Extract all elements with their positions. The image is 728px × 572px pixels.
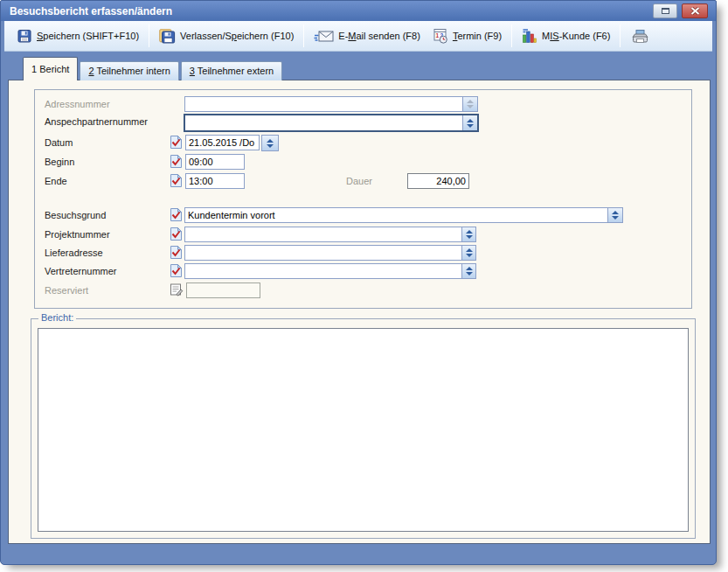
toolbar-button-verlassen-speichern[interactable]: Verlassen/Speichern (F10) [153, 26, 300, 46]
tab-teilnehmer-intern[interactable]: 2 Teilnehmer intern [80, 61, 178, 80]
printer-icon [630, 29, 650, 44]
save-icon [17, 29, 32, 44]
reserviert-input [186, 283, 260, 298]
titlebar: Besuchsbericht erfassen/ändern [1, 1, 716, 21]
toolbar-button-termin[interactable]: 1 2 Termin (F9) [426, 25, 508, 46]
anspechpartnernummer-label: Anspechpartnernummer [45, 116, 148, 127]
reserviert-label: Reserviert [45, 285, 88, 296]
datum-input[interactable] [185, 135, 260, 150]
close-icon [690, 7, 700, 15]
row-vertreternummer: Vertreternummer [35, 263, 691, 282]
adressnummer-input[interactable] [185, 97, 462, 111]
lieferadresse-label: Lieferadresse [45, 248, 103, 258]
toolbar-separator [620, 24, 621, 47]
required-check-icon [170, 154, 183, 172]
note-pencil-icon [170, 283, 184, 301]
required-check-icon [170, 263, 183, 282]
projektnummer-input[interactable] [184, 227, 462, 242]
toolbar-button-mis-kunde[interactable]: MIS-Kunde (F6) [516, 25, 616, 46]
required-check-icon [170, 135, 183, 153]
vertreternummer-input[interactable] [184, 263, 462, 279]
save-close-icon [159, 29, 176, 44]
adressnummer-spinner[interactable] [462, 97, 477, 111]
required-check-icon [170, 227, 183, 245]
content-panel: Adressnummer Anspechpartnernummer Datum [8, 80, 711, 544]
row-adressnummer: Adressnummer [35, 96, 691, 115]
row-besuchsgrund: Besuchsgrund [35, 207, 691, 226]
dialog-window: Besuchsbericht erfassen/ändern Speichern… [0, 0, 717, 565]
row-reserviert: Reserviert [35, 283, 691, 301]
toolbar: Speichern (SHIFT+F10) Verlassen/Speicher… [4, 21, 712, 52]
vertreternummer-group [184, 263, 476, 279]
dauer-input[interactable] [407, 173, 469, 189]
required-check-icon [170, 245, 183, 263]
row-ende: Ende Dauer [35, 173, 691, 192]
anspechpartnernummer-combo [184, 114, 479, 132]
datum-label: Datum [45, 137, 73, 148]
toolbar-separator [511, 24, 512, 47]
besuchsgrund-input[interactable] [185, 208, 607, 222]
lieferadresse-input[interactable] [184, 245, 462, 261]
bericht-groupbox: Bericht: [31, 318, 696, 539]
adressnummer-combo [184, 96, 478, 112]
row-datum: Datum [35, 135, 691, 153]
beginn-input[interactable] [185, 154, 245, 170]
bar-chart-icon [522, 28, 537, 44]
projektnummer-spinner[interactable] [461, 227, 476, 242]
row-lieferadresse: Lieferadresse [35, 245, 691, 263]
dauer-label: Dauer [346, 176, 372, 186]
required-check-icon [170, 173, 183, 192]
maximize-icon [662, 8, 669, 14]
tab-bar: 1 Bericht 2 Teilnehmer intern 3 Teilnehm… [23, 57, 284, 80]
anspechpartnernummer-spinner[interactable] [462, 115, 477, 130]
datum-spinner[interactable] [261, 135, 279, 151]
beginn-label: Beginn [45, 157, 74, 167]
besuchsgrund-label: Besuchsgrund [45, 210, 106, 220]
toolbar-separator [149, 24, 149, 47]
projektnummer-label: Projektnummer [45, 229, 110, 240]
projektnummer-group [184, 227, 476, 242]
window-title: Besuchsbericht erfassen/ändern [10, 5, 172, 17]
ende-label: Ende [45, 176, 67, 186]
besuchsgrund-spinner[interactable] [607, 208, 622, 222]
adressnummer-label: Adressnummer [45, 99, 110, 109]
required-check-icon [170, 207, 183, 226]
ende-input[interactable] [185, 173, 245, 189]
lieferadresse-group [184, 245, 476, 261]
besuchsgrund-combo [184, 207, 623, 223]
maximize-button[interactable] [653, 3, 677, 18]
calendar-icon: 1 2 [433, 28, 448, 44]
anspechpartnernummer-input[interactable] [185, 115, 462, 130]
email-icon [314, 30, 334, 43]
tab-teilnehmer-extern[interactable]: 3 Teilnehmer extern [181, 61, 282, 80]
vertreternummer-spinner[interactable] [461, 263, 476, 279]
toolbar-button-speichern[interactable]: Speichern (SHIFT+F10) [11, 26, 145, 46]
toolbar-button-email-senden[interactable]: E-Mail senden (F8) [308, 27, 426, 45]
row-anspechpartnernummer: Anspechpartnernummer [35, 114, 691, 132]
tab-bericht[interactable]: 1 Bericht [23, 57, 78, 80]
close-button[interactable] [682, 3, 708, 18]
bericht-legend: Bericht: [38, 312, 76, 323]
toolbar-separator [303, 24, 304, 47]
bericht-textarea[interactable] [38, 328, 689, 532]
toolbar-button-print[interactable] [624, 26, 656, 46]
row-projektnummer: Projektnummer [35, 227, 691, 245]
vertreternummer-label: Vertreternummer [45, 266, 117, 276]
form-fieldset: Adressnummer Anspechpartnernummer Datum [34, 89, 692, 309]
svg-text:1: 1 [435, 32, 439, 38]
row-beginn: Beginn [35, 154, 691, 172]
lieferadresse-spinner[interactable] [461, 245, 476, 261]
